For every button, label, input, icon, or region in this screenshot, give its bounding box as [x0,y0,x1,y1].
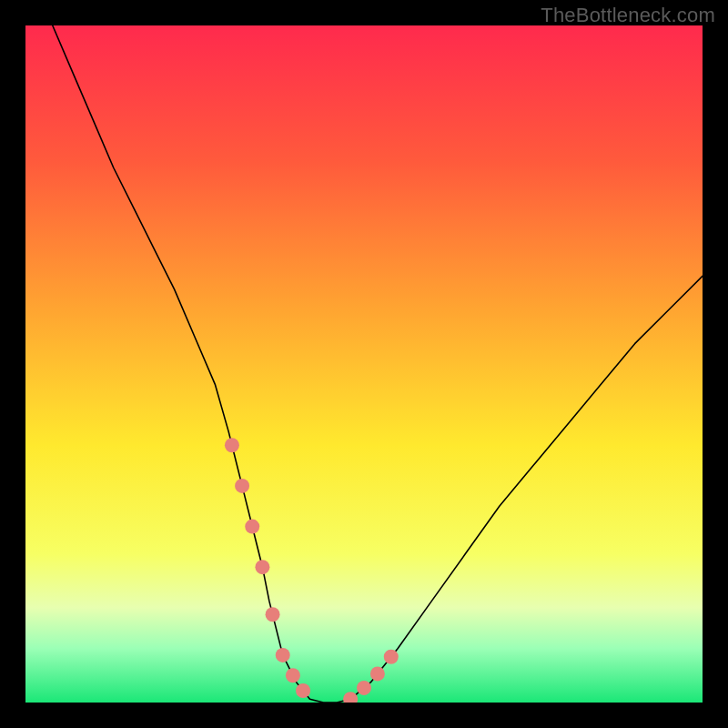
curve-marker [255,560,269,574]
curve-marker [357,681,371,695]
curve-marker [245,520,259,534]
curve-marker [276,648,290,662]
bottleneck-chart-svg [25,25,703,703]
watermark-text: TheBottleneck.com [541,4,715,27]
curve-marker [225,438,239,452]
plot-area [25,25,703,703]
curve-marker [370,666,385,681]
gradient-background [25,25,703,703]
curve-marker [235,479,249,493]
curve-marker [286,668,300,682]
curve-marker [384,650,399,664]
curve-marker [266,607,280,622]
curve-marker [296,683,310,698]
chart-container: TheBottleneck.com [0,0,728,728]
